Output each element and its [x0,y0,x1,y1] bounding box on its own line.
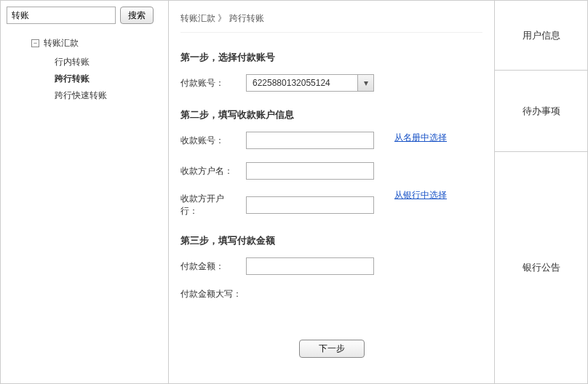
input-payee-account[interactable] [246,132,374,149]
row-payer-account: 付款账号： 6225880132055124 ▾ [180,74,482,92]
select-payer-account-value: 6225880132055124 [247,78,357,88]
search-row: 搜索 [7,7,162,24]
tree-toggle-icon[interactable]: − [31,39,39,47]
label-payee-bank: 收款方开户行： [180,193,240,217]
step1-title: 第一步，选择付款账号 [180,52,482,64]
breadcrumb-parent[interactable]: 转账汇款 [180,13,215,23]
row-payee-bank: 收款方开户行： [180,193,374,217]
tree-root-transfer[interactable]: − 转账汇款 [31,37,162,49]
chevron-down-icon[interactable]: ▾ [357,75,373,91]
link-from-bank[interactable]: 从银行中选择 [394,189,447,201]
breadcrumb-current: 跨行转账 [229,13,264,23]
input-payee-name[interactable] [246,162,374,180]
link-from-roster[interactable]: 从名册中选择 [394,132,447,144]
nav-tree: − 转账汇款 行内转账 跨行转账 跨行快速转账 [7,37,162,104]
label-amount: 付款金额： [180,260,240,273]
step2-title: 第二步，填写收款账户信息 [180,109,482,121]
breadcrumb: 转账汇款 》 跨行转账 [180,8,482,33]
right-notice[interactable]: 银行公告 [495,152,587,383]
label-payee-name: 收款方户名： [180,165,240,177]
search-input[interactable] [7,7,116,24]
label-payer-account: 付款账号： [180,77,240,89]
input-payee-bank[interactable] [246,196,374,214]
main-panel: 转账汇款 》 跨行转账 第一步，选择付款账号 付款账号： 62258801320… [169,0,495,384]
right-todo[interactable]: 待办事项 [495,71,587,152]
row-amount: 付款金额： [180,257,482,275]
breadcrumb-sep-icon: 》 [218,13,226,23]
row-payee-name: 收款方户名： [180,162,374,180]
right-user-info[interactable]: 用户信息 [495,1,587,71]
row-amount-cn: 付款金额大写： [180,288,482,300]
input-amount[interactable] [246,257,374,275]
tree-root-label: 转账汇款 [44,37,79,49]
label-amount-cn: 付款金额大写： [180,288,242,300]
sidebar: 搜索 − 转账汇款 行内转账 跨行转账 跨行快速转账 [0,0,169,384]
search-button[interactable]: 搜索 [120,7,154,24]
right-panel: 用户信息 待办事项 银行公告 [495,0,588,384]
sidebar-item-interbank[interactable]: 跨行转账 [55,71,162,87]
sidebar-item-intrabank[interactable]: 行内转账 [55,54,162,71]
step3-title: 第三步，填写付款金额 [180,235,482,247]
row-payee-account: 收款账号： [180,132,374,149]
sidebar-item-fast-interbank[interactable]: 跨行快速转账 [55,87,162,104]
tree-children: 行内转账 跨行转账 跨行快速转账 [31,54,162,104]
label-payee-account: 收款账号： [180,135,240,147]
select-payer-account[interactable]: 6225880132055124 ▾ [246,74,374,92]
next-button[interactable]: 下一步 [299,340,365,358]
form-footer: 下一步 [180,340,482,358]
